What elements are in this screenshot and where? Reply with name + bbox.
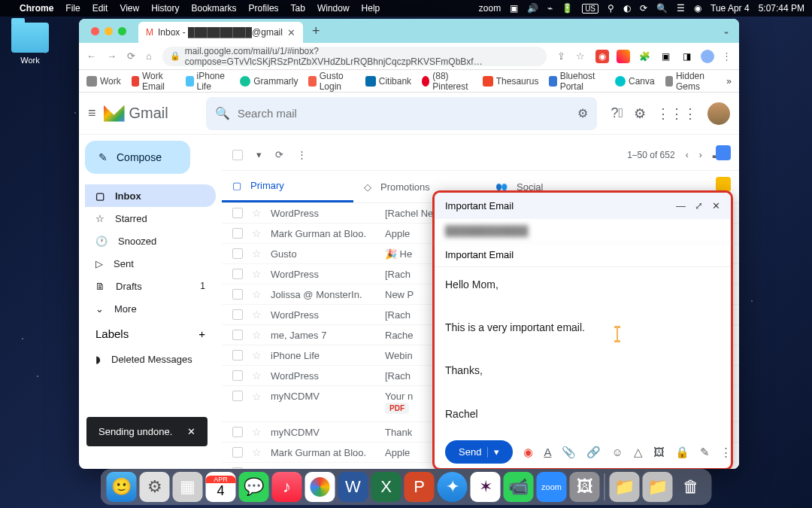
dock-launchpad[interactable]: ▦ [173,472,203,502]
dock-messages[interactable]: 💬 [239,472,269,502]
dock-music[interactable]: ♪ [272,472,302,502]
tab-close-button[interactable]: ✕ [287,27,295,38]
email-checkbox[interactable] [232,208,243,218]
profile-avatar[interactable] [701,50,714,63]
sidebar-item-drafts[interactable]: 🗎Drafts1 [85,275,216,297]
select-all-checkbox[interactable] [232,150,243,160]
add-label-button[interactable]: + [198,327,205,340]
star-button[interactable]: ☆ [252,329,262,341]
menu-tab[interactable]: Tab [291,3,305,14]
battery-icon[interactable]: 🔋 [562,3,573,14]
keep-addon-icon[interactable] [716,177,731,192]
search-input[interactable] [230,107,577,120]
siri-icon[interactable]: ◉ [694,3,701,14]
star-button[interactable]: ☆ [252,207,262,219]
menu-file[interactable]: File [65,3,80,14]
image-button[interactable]: 🖼 [653,446,665,458]
drive-button[interactable]: △ [634,446,643,459]
prev-page-button[interactable]: ‹ [686,150,689,160]
extension-icon[interactable] [617,50,630,63]
emoji-button[interactable]: ☺ [611,446,623,458]
next-page-button[interactable]: › [699,150,702,160]
gmail-logo[interactable]: Gmail [104,105,168,122]
select-dropdown[interactable]: ▾ [256,149,262,160]
bookmark-item[interactable]: Thesaurus [483,76,539,87]
menu-edit[interactable]: Edit [92,3,108,14]
bookmark-item[interactable]: Grammarly [240,76,298,87]
bookmark-item[interactable]: Work Email [132,71,176,92]
reload-button[interactable]: ⟳ [127,50,135,62]
dock-trash[interactable]: 🗑 [676,472,706,502]
user-icon[interactable]: ◐ [623,3,631,14]
window-minimize-button[interactable] [105,27,113,35]
sidebar-item-inbox[interactable]: ▢Inbox [85,184,216,207]
account-avatar[interactable] [707,102,730,125]
dock-finder[interactable]: 🙂 [107,472,137,502]
wifi-icon[interactable]: ⚲ [607,3,614,14]
sidebar-item-sent[interactable]: ▷Sent [85,252,216,275]
bookmark-star-button[interactable]: ☆ [576,50,585,62]
chrome-menu-button[interactable]: ⋮ [722,50,732,62]
star-button[interactable]: ☆ [252,349,262,361]
dock-safari[interactable]: ✦ [438,472,468,502]
email-checkbox[interactable] [232,269,243,279]
extensions-button[interactable]: 🧩 [638,50,651,63]
link-button[interactable]: 🔗 [586,446,601,459]
email-checkbox[interactable] [232,228,243,239]
menu-help[interactable]: Help [362,3,380,14]
compose-subject-field[interactable]: Important Email [435,243,731,267]
browser-tab[interactable]: M Inbox - ██████████@gmail ✕ [138,22,303,43]
window-close-button[interactable] [91,27,99,35]
dock-settings[interactable]: ⚙ [140,472,170,502]
share-button[interactable]: ⇪ [557,50,565,62]
search-bar[interactable]: 🔍 ⚙ [206,97,597,130]
keyboard-indicator[interactable]: US [582,4,598,14]
calendar-addon-icon[interactable] [716,145,731,160]
sidebar-item-snoozed[interactable]: 🕐Snoozed [85,230,216,252]
dock-preview[interactable]: 🖼 [570,472,600,502]
sidepanel-button[interactable]: ◨ [680,50,693,63]
bookmark-item[interactable]: Canva [615,76,655,87]
format-button[interactable]: ◉ [523,446,533,459]
minimize-compose-button[interactable]: — [676,200,686,211]
bookmark-item[interactable]: Hidden Gems [665,71,717,92]
more-options-button[interactable]: ⋮ [720,446,732,459]
menubar-date[interactable]: Tue Apr 4 [710,3,750,14]
bookmark-item[interactable]: Bluehost Portal [549,71,604,92]
cast-button[interactable]: ▣ [659,50,672,63]
star-button[interactable]: ☆ [252,391,262,403]
spotlight-icon[interactable]: 🔍 [656,3,668,14]
zoom-menubar[interactable]: zoom [479,3,501,14]
dock-folder[interactable]: 📁 [610,472,640,502]
email-checkbox[interactable] [232,289,243,300]
text-format-button[interactable]: A [544,446,551,458]
sync-icon[interactable]: ⟳ [640,3,647,14]
hamburger-menu-button[interactable]: ≡ [88,105,96,121]
settings-button[interactable]: ⚙ [634,105,646,122]
tab-overflow-button[interactable]: ⌄ [723,26,739,36]
dock-chrome[interactable] [305,472,335,502]
email-checkbox[interactable] [232,350,243,360]
dock-calendar[interactable]: APR4 [206,472,236,502]
toast-close-button[interactable]: ✕ [187,426,195,437]
star-button[interactable]: ☆ [252,248,262,260]
address-bar[interactable]: 🔒 mail.google.com/mail/u/1/#inbox?compos… [162,47,547,66]
bookmark-item[interactable]: Work [86,76,121,87]
dock-slack[interactable]: ✶ [471,472,501,502]
star-button[interactable]: ☆ [252,288,262,300]
menu-history[interactable]: History [151,3,179,14]
email-checkbox[interactable] [232,447,243,458]
bookmark-item[interactable]: (88) Pinterest [422,71,472,92]
menu-window[interactable]: Window [317,3,350,14]
sidebar-item-starred[interactable]: ☆Starred [85,207,216,230]
email-checkbox[interactable] [232,330,243,340]
menu-bookmarks[interactable]: Bookmarks [192,3,237,14]
window-maximize-button[interactable] [118,27,126,35]
menu-view[interactable]: View [120,3,139,14]
star-button[interactable]: ☆ [252,446,262,458]
extension-icon[interactable]: ◉ [595,50,609,63]
bookmark-item[interactable]: Gusto Login [308,71,354,92]
menu-profiles[interactable]: Profiles [249,3,279,14]
send-options-button[interactable]: ▾ [494,446,499,458]
sidebar-item-label[interactable]: ◗Deleted Messages [85,348,216,370]
